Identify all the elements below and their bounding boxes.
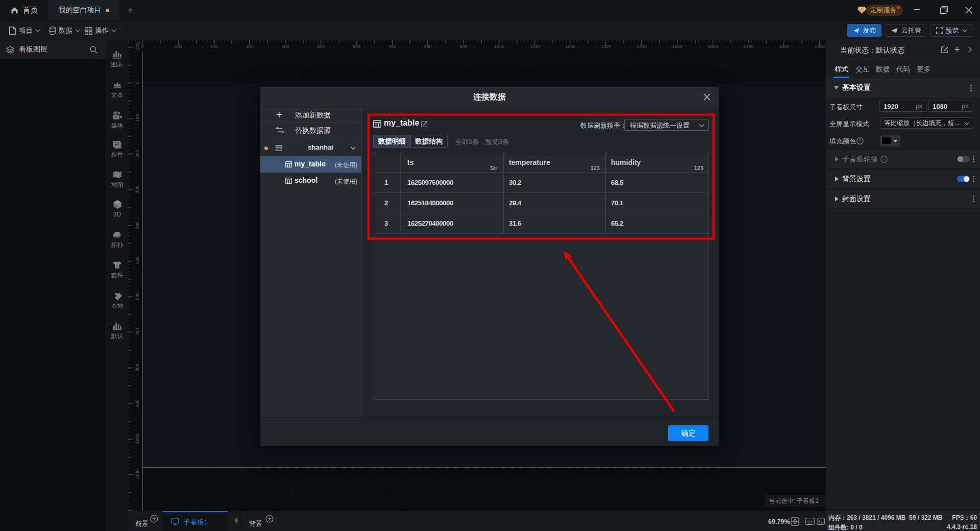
svg-text:?: ?: [859, 138, 861, 143]
svg-text:?: ?: [883, 157, 885, 162]
